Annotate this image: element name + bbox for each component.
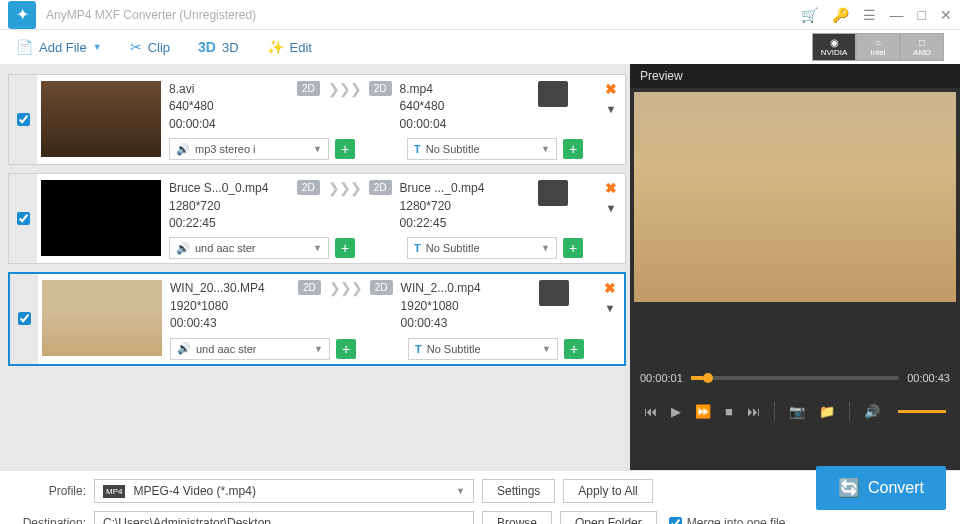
dst-2d-badge: 2D xyxy=(370,280,393,295)
scissors-icon: ✂ xyxy=(130,39,142,55)
edit-button[interactable]: ✨ Edit xyxy=(267,39,312,55)
source-filename: WIN_20...30.MP4 xyxy=(170,280,290,297)
audio-track-select[interactable]: 🔊 und aac ster ▼ xyxy=(169,237,329,259)
dest-info: WIN_2...0.mp4 1920*1080 00:00:43 xyxy=(401,280,521,332)
file-checkbox[interactable] xyxy=(17,212,30,225)
dropdown-caret-icon: ▼ xyxy=(93,42,102,52)
dest-resolution: 1920*1080 xyxy=(401,298,521,315)
next-icon[interactable]: ⏭ xyxy=(747,404,760,419)
add-audio-button[interactable]: + xyxy=(335,139,355,159)
subtitle-select[interactable]: T No Subtitle ▼ xyxy=(407,237,557,259)
remove-file-button[interactable]: ✖ xyxy=(604,280,616,296)
app-logo-icon: ✦ xyxy=(8,1,36,29)
subtitle-value: No Subtitle xyxy=(427,343,481,355)
dest-duration: 00:22:45 xyxy=(400,215,520,232)
caret-icon: ▼ xyxy=(313,144,322,154)
convert-button[interactable]: 🔄 Convert xyxy=(816,466,946,510)
folder-icon[interactable]: 📁 xyxy=(819,404,835,419)
caret-icon: ▼ xyxy=(313,243,322,253)
add-file-button[interactable]: 📄 Add File ▼ xyxy=(16,39,102,55)
subtitle-icon: T xyxy=(415,343,422,355)
browse-button[interactable]: Browse xyxy=(482,511,552,524)
source-resolution: 1920*1080 xyxy=(170,298,290,315)
nvidia-badge[interactable]: ◉NVIDIA xyxy=(812,33,856,61)
dest-duration: 00:00:04 xyxy=(400,116,520,133)
volume-icon[interactable]: 🔊 xyxy=(864,404,880,419)
file-list-panel: 8.avi 640*480 00:00:04 2D ❯❯❯ 2D 8.mp4 6… xyxy=(0,64,630,470)
clip-label: Clip xyxy=(148,40,170,55)
audio-track-select[interactable]: 🔊 mp3 stereo i ▼ xyxy=(169,138,329,160)
file-checkbox[interactable] xyxy=(18,312,31,325)
add-subtitle-button[interactable]: + xyxy=(563,139,583,159)
file-thumbnail[interactable] xyxy=(41,81,161,157)
key-icon[interactable]: 🔑 xyxy=(832,7,849,23)
3d-icon: 3D xyxy=(198,39,216,55)
clip-button[interactable]: ✂ Clip xyxy=(130,39,170,55)
close-icon[interactable]: ✕ xyxy=(940,7,952,23)
move-file-button[interactable]: ▼ xyxy=(606,103,617,115)
maximize-icon[interactable]: □ xyxy=(918,7,926,23)
merge-checkbox[interactable]: Merge into one file xyxy=(669,516,786,524)
subtitle-select[interactable]: T No Subtitle ▼ xyxy=(408,338,558,360)
open-folder-button[interactable]: Open Folder xyxy=(560,511,657,524)
file-item[interactable]: Bruce S...0_0.mp4 1280*720 00:22:45 2D ❯… xyxy=(8,173,626,264)
dest-filename: 8.mp4 xyxy=(400,81,520,98)
add-subtitle-button[interactable]: + xyxy=(563,238,583,258)
sparkle-icon: ✨ xyxy=(267,39,284,55)
gpu-badges: ◉NVIDIA ○Intel □AMD xyxy=(812,33,944,61)
subtitle-select[interactable]: T No Subtitle ▼ xyxy=(407,138,557,160)
file-thumbnail[interactable] xyxy=(41,180,161,256)
apply-all-button[interactable]: Apply to All xyxy=(563,479,652,503)
arrow-icon: ❯❯❯ xyxy=(328,81,361,97)
preview-seek-track[interactable] xyxy=(691,376,899,380)
remove-file-button[interactable]: ✖ xyxy=(605,180,617,196)
volume-slider[interactable] xyxy=(898,410,946,413)
main-toolbar: 📄 Add File ▼ ✂ Clip 3D 3D ✨ Edit ◉NVIDIA… xyxy=(0,30,960,64)
move-file-button[interactable]: ▼ xyxy=(605,302,616,314)
file-item[interactable]: 8.avi 640*480 00:00:04 2D ❯❯❯ 2D 8.mp4 6… xyxy=(8,74,626,165)
settings-button[interactable]: Settings xyxy=(482,479,555,503)
dest-input[interactable]: C:\Users\Administrator\Desktop xyxy=(94,511,474,524)
menu-icon[interactable]: ☰ xyxy=(863,7,876,23)
profile-select[interactable]: MP4 MPEG-4 Video (*.mp4) ▼ xyxy=(94,479,474,503)
file-item[interactable]: WIN_20...30.MP4 1920*1080 00:00:43 2D ❯❯… xyxy=(8,272,626,365)
caret-icon: ▼ xyxy=(456,486,465,496)
intel-badge[interactable]: ○Intel xyxy=(856,33,900,61)
seek-thumb[interactable] xyxy=(703,373,713,383)
add-audio-button[interactable]: + xyxy=(335,238,355,258)
file-thumbnail[interactable] xyxy=(42,280,162,356)
play-icon[interactable]: ▶ xyxy=(671,404,681,419)
remove-file-button[interactable]: ✖ xyxy=(605,81,617,97)
amd-badge[interactable]: □AMD xyxy=(900,33,944,61)
cart-icon[interactable]: 🛒 xyxy=(801,7,818,23)
caret-icon: ▼ xyxy=(541,144,550,154)
audio-value: und aac ster xyxy=(195,242,256,254)
add-subtitle-button[interactable]: + xyxy=(564,339,584,359)
prev-icon[interactable]: ⏮ xyxy=(644,404,657,419)
add-audio-button[interactable]: + xyxy=(336,339,356,359)
src-2d-badge: 2D xyxy=(297,81,320,96)
fast-forward-icon[interactable]: ⏩ xyxy=(695,404,711,419)
caret-icon: ▼ xyxy=(314,344,323,354)
preview-timeline: 00:00:01 00:00:43 xyxy=(630,366,960,390)
arrow-icon: ❯❯❯ xyxy=(329,280,362,296)
file-checkbox-wrap xyxy=(9,174,37,263)
subtitle-icon: T xyxy=(414,143,421,155)
source-filename: 8.avi xyxy=(169,81,289,98)
add-file-icon: 📄 xyxy=(16,39,33,55)
file-checkbox[interactable] xyxy=(17,113,30,126)
mpeg-icon: MP4 xyxy=(103,485,125,498)
audio-track-select[interactable]: 🔊 und aac ster ▼ xyxy=(170,338,330,360)
speaker-icon: 🔊 xyxy=(176,242,190,255)
subtitle-value: No Subtitle xyxy=(426,242,480,254)
minimize-icon[interactable]: — xyxy=(890,7,904,23)
stop-icon[interactable]: ■ xyxy=(725,404,733,419)
caret-icon: ▼ xyxy=(541,243,550,253)
preview-video[interactable] xyxy=(634,92,956,302)
3d-button[interactable]: 3D 3D xyxy=(198,39,239,55)
dest-info: 8.mp4 640*480 00:00:04 xyxy=(400,81,520,133)
preview-label: Preview xyxy=(630,64,960,88)
snapshot-icon[interactable]: 📷 xyxy=(789,404,805,419)
move-file-button[interactable]: ▼ xyxy=(606,202,617,214)
merge-label: Merge into one file xyxy=(687,516,786,524)
